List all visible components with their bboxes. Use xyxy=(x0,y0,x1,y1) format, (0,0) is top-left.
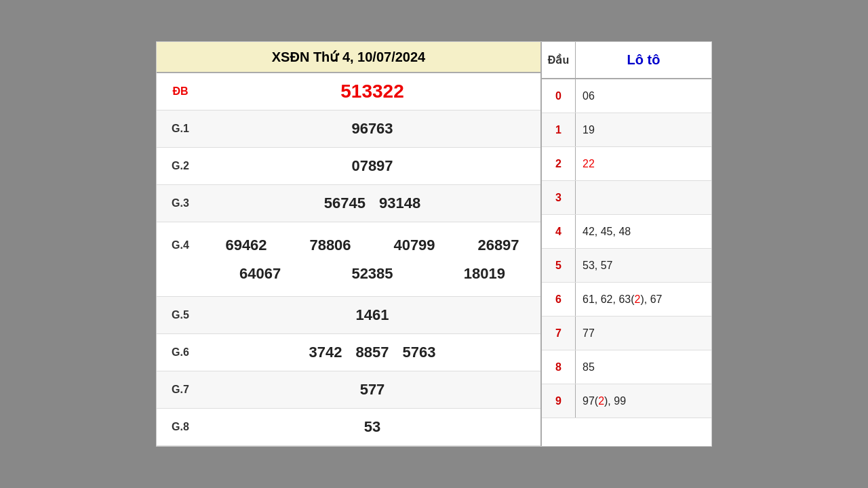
prize-label-g5: G.5 xyxy=(157,304,204,327)
prize-row-g5: G.5 1461 xyxy=(157,297,540,334)
prize-g3-num-1: 93148 xyxy=(379,195,420,212)
prize-g2-num: 07897 xyxy=(351,157,393,175)
prize-g6-num-2: 5763 xyxy=(402,344,435,361)
loto-row-2: 2 22 xyxy=(542,147,711,181)
prize-numbers-g6: 3742 8857 5763 xyxy=(204,338,540,367)
prize-numbers-g1: 96763 xyxy=(204,115,540,143)
loto-values-8: 85 xyxy=(576,356,711,379)
prize-g6-num-0: 3742 xyxy=(309,344,342,361)
prize-g8-num: 53 xyxy=(364,418,380,436)
loto-row-8: 8 85 xyxy=(542,350,711,384)
dau-cell-6: 6 xyxy=(542,283,576,316)
prize-numbers-g5: 1461 xyxy=(204,301,540,329)
prize-label-g3: G.3 xyxy=(157,192,204,215)
prize-numbers-g7: 577 xyxy=(204,375,540,404)
prize-label-db: ĐB xyxy=(157,80,204,103)
loto-row-4: 4 42, 45, 48 xyxy=(542,215,711,249)
loto-values-9: 97(2), 99 xyxy=(576,390,711,413)
prize-db-num: 513322 xyxy=(340,81,403,102)
loto-row-0: 0 06 xyxy=(542,79,711,113)
loto-values-0: 06 xyxy=(576,85,711,108)
dau-cell-8: 8 xyxy=(542,350,576,384)
loto-values-6: 61, 62, 63(2), 67 xyxy=(576,288,711,311)
prize-numbers-g2: 07897 xyxy=(204,152,540,180)
prize-g3-num-0: 56745 xyxy=(324,195,366,212)
dau-cell-4: 4 xyxy=(542,215,576,248)
prize-label-g8: G.8 xyxy=(157,415,204,439)
prize-row-g7: G.7 577 xyxy=(157,371,540,409)
prize-g4-num-0: 69462 xyxy=(225,237,267,254)
prize-g4-num-3: 26897 xyxy=(477,237,519,254)
prize-g4-num-5: 52385 xyxy=(351,265,393,283)
loto-row-7: 7 77 xyxy=(542,317,711,350)
loto-values-3 xyxy=(576,192,711,203)
loto-values-2: 22 xyxy=(576,152,711,176)
main-container: XSĐN Thứ 4, 10/07/2024 ĐB 513322 G.1 967… xyxy=(156,41,712,447)
prize-row-db: ĐB 513322 xyxy=(157,73,540,110)
loto-row-1: 1 19 xyxy=(542,113,711,147)
prize-row-g6: G.6 3742 8857 5763 xyxy=(157,334,540,371)
dau-cell-3: 3 xyxy=(542,181,576,214)
prize-g4-num-6: 18019 xyxy=(464,265,505,283)
prize-label-g6: G.6 xyxy=(157,341,204,364)
prize-row-g2: G.2 07897 xyxy=(157,148,540,185)
prize-row-g1: G.1 96763 xyxy=(157,110,540,148)
prize-numbers-g4-row2: 64067 52385 18019 xyxy=(204,260,540,288)
loto-row-3: 3 xyxy=(542,181,711,215)
dau-cell-0: 0 xyxy=(542,79,576,113)
loto-row-5: 5 53, 57 xyxy=(542,249,711,283)
loto-row-9: 9 97(2), 99 xyxy=(542,384,711,418)
prize-g4-num-2: 40799 xyxy=(393,237,435,254)
prize-numbers-g4-row1: 69462 78806 40799 26897 xyxy=(204,231,540,260)
prize-g5-num: 1461 xyxy=(356,306,389,324)
loto-header: Lô tô xyxy=(576,45,711,75)
prize-label-g4: G.4 xyxy=(157,234,204,257)
loto-values-7: 77 xyxy=(576,322,711,345)
prize-label-g2: G.2 xyxy=(157,155,204,178)
prize-g4-num-1: 78806 xyxy=(309,237,351,254)
dau-cell-1: 1 xyxy=(542,113,576,146)
loto-values-5: 53, 57 xyxy=(576,254,711,277)
loto-values-4: 42, 45, 48 xyxy=(576,220,711,243)
dau-cell-5: 5 xyxy=(542,249,576,282)
loto-table: Đầu Lô tô 0 06 1 19 2 22 3 4 42, 45, 48 xyxy=(542,42,711,446)
dau-cell-9: 9 xyxy=(542,384,576,418)
loto-values-1: 19 xyxy=(576,119,711,142)
loto-header-row: Đầu Lô tô xyxy=(542,42,711,79)
dau-header: Đầu xyxy=(542,42,576,78)
prize-label-g1: G.1 xyxy=(157,117,204,140)
prize-g6-num-1: 8857 xyxy=(356,344,389,361)
prize-g7-num: 577 xyxy=(360,381,385,399)
prize-row-g4: G.4 69462 78806 40799 26897 64067 52385 … xyxy=(157,222,540,297)
prize-row-g3: G.3 56745 93148 xyxy=(157,185,540,222)
prize-numbers-db: 513322 xyxy=(204,75,540,108)
prize-g4-num-4: 64067 xyxy=(239,265,281,283)
prize-numbers-g8: 53 xyxy=(204,413,540,441)
prize-row-g8: G.8 53 xyxy=(157,409,540,446)
dau-cell-7: 7 xyxy=(542,317,576,350)
prize-numbers-g3: 56745 93148 xyxy=(204,189,540,218)
loto-row-6: 6 61, 62, 63(2), 67 xyxy=(542,283,711,317)
prize-label-g7: G.7 xyxy=(157,378,204,401)
loto-value-63-count: 2 xyxy=(635,293,641,305)
title: XSĐN Thứ 4, 10/07/2024 xyxy=(157,42,540,73)
loto-value-97-count: 2 xyxy=(598,395,604,407)
prize-g1-num: 96763 xyxy=(351,120,393,138)
dau-cell-2: 2 xyxy=(542,147,576,180)
lottery-table: XSĐN Thứ 4, 10/07/2024 ĐB 513322 G.1 967… xyxy=(157,42,542,446)
loto-value-22: 22 xyxy=(583,158,595,169)
